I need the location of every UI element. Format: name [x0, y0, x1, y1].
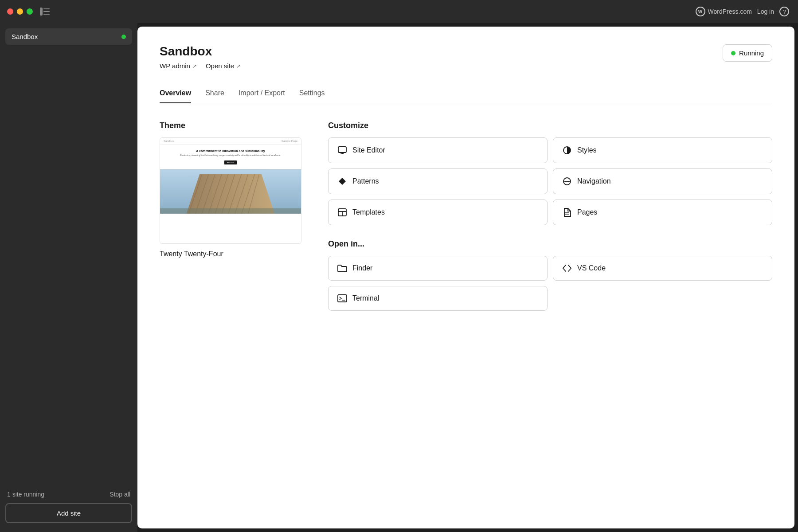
- running-dot: [731, 51, 735, 55]
- finder-label: Finder: [352, 264, 372, 272]
- open-site-link[interactable]: Open site ↗: [206, 62, 241, 70]
- half-circle-icon: [562, 146, 572, 155]
- wp-admin-link[interactable]: WP admin ↗: [160, 62, 197, 70]
- table-icon: [337, 208, 347, 216]
- customize-section: Customize Site Editor: [328, 121, 772, 225]
- theme-section-title: Theme: [160, 121, 301, 130]
- wordpress-logo: W WordPress.com: [696, 7, 752, 16]
- maximize-button[interactable]: [27, 8, 33, 15]
- theme-preview: Sandbox Sample Page A commitment to inno…: [160, 137, 301, 244]
- main-layout: Sandbox 1 site running Stop all Add site…: [0, 23, 798, 532]
- close-button[interactable]: [7, 8, 13, 15]
- theme-section: Theme Sandbox Sample Page A commitment t…: [160, 121, 301, 311]
- content-grid: Theme Sandbox Sample Page A commitment t…: [160, 121, 772, 311]
- vscode-label: VS Code: [577, 264, 606, 272]
- theme-preview-inner: Sandbox Sample Page A commitment to inno…: [160, 138, 301, 243]
- navigation-button[interactable]: Navigation: [553, 168, 772, 194]
- customize-section-title: Customize: [328, 121, 772, 130]
- styles-button[interactable]: Styles: [553, 137, 772, 163]
- templates-button[interactable]: Templates: [328, 200, 548, 225]
- sidebar-site-item[interactable]: Sandbox: [5, 28, 132, 45]
- pages-button[interactable]: Pages: [553, 200, 772, 225]
- svg-rect-0: [40, 8, 43, 16]
- svg-rect-18: [338, 147, 346, 153]
- titlebar: W WordPress.com Log in ?: [0, 0, 798, 23]
- pages-label: Pages: [577, 208, 597, 216]
- svg-rect-1: [43, 8, 50, 9]
- right-section: Customize Site Editor: [328, 121, 772, 311]
- document-icon: [562, 208, 572, 217]
- navigation-label: Navigation: [577, 177, 611, 185]
- svg-rect-2: [43, 11, 50, 12]
- running-label: Running: [739, 49, 764, 57]
- folder-icon: [337, 264, 347, 272]
- tabs: Overview Share Import / Export Settings: [160, 84, 772, 103]
- page-header-left: Sandbox WP admin ↗ Open site ↗: [160, 44, 241, 70]
- traffic-lights: [7, 8, 33, 15]
- sidebar-status-dot: [121, 35, 126, 39]
- svg-rect-17: [160, 208, 301, 214]
- theme-name: Twenty Twenty-Four: [160, 250, 301, 258]
- tab-settings[interactable]: Settings: [299, 84, 325, 103]
- login-link[interactable]: Log in: [757, 8, 774, 15]
- minimize-button[interactable]: [17, 8, 23, 15]
- wp-label: WordPress.com: [708, 8, 752, 15]
- external-link-icon: ↗: [192, 63, 197, 69]
- preview-text-block: A commitment to innovation and sustainab…: [173, 145, 288, 169]
- stop-all-button[interactable]: Stop all: [110, 491, 130, 498]
- preview-header: Sandbox Sample Page: [160, 138, 301, 145]
- wp-logo-circle: W: [696, 7, 705, 16]
- page-header: Sandbox WP admin ↗ Open site ↗ Running: [160, 44, 772, 70]
- page-title: Sandbox: [160, 44, 241, 59]
- sidebar-footer: 1 site running Stop all Add site: [5, 491, 132, 527]
- page-links: WP admin ↗ Open site ↗: [160, 62, 241, 70]
- sidebar: Sandbox 1 site running Stop all Add site: [0, 23, 137, 532]
- svg-rect-29: [338, 295, 347, 302]
- diamond-icon: [337, 177, 347, 185]
- tab-import-export[interactable]: Import / Export: [239, 84, 285, 103]
- patterns-button[interactable]: Patterns: [328, 168, 548, 194]
- titlebar-right: W WordPress.com Log in ?: [696, 7, 789, 16]
- open-in-section: Open in... Finder: [328, 239, 772, 311]
- terminal-icon: [337, 294, 347, 302]
- running-count: 1 site running: [7, 491, 44, 498]
- running-badge: Running: [723, 44, 772, 62]
- preview-building-image: [160, 169, 301, 214]
- templates-label: Templates: [352, 208, 385, 216]
- finder-button[interactable]: Finder: [328, 256, 548, 281]
- terminal-label: Terminal: [352, 294, 379, 302]
- circle-slash-icon: [562, 177, 572, 186]
- preview-body: Études is a pioneering firm that seamles…: [180, 154, 281, 157]
- sidebar-toggle-icon[interactable]: [40, 8, 50, 16]
- sidebar-site-name: Sandbox: [12, 33, 38, 40]
- tab-overview[interactable]: Overview: [160, 84, 191, 103]
- site-editor-label: Site Editor: [352, 146, 385, 154]
- tab-share[interactable]: Share: [205, 84, 224, 103]
- open-in-grid: Finder VS Code: [328, 256, 772, 311]
- external-link-icon-2: ↗: [236, 63, 241, 69]
- preview-content: A commitment to innovation and sustainab…: [160, 145, 301, 243]
- help-icon[interactable]: ?: [779, 7, 789, 16]
- add-site-button[interactable]: Add site: [5, 503, 132, 523]
- terminal-button[interactable]: Terminal: [328, 286, 548, 311]
- preview-headline: A commitment to innovation and sustainab…: [180, 149, 281, 153]
- site-editor-button[interactable]: Site Editor: [328, 137, 548, 163]
- styles-label: Styles: [577, 146, 597, 154]
- preview-cta-btn: About us: [224, 160, 237, 164]
- customize-grid: Site Editor Styles: [328, 137, 772, 225]
- footer-status-row: 1 site running Stop all: [5, 491, 132, 498]
- vscode-button[interactable]: VS Code: [553, 256, 772, 281]
- monitor-icon: [337, 146, 347, 154]
- open-in-title: Open in...: [328, 239, 772, 249]
- content-area: Sandbox WP admin ↗ Open site ↗ Running: [137, 27, 794, 528]
- patterns-label: Patterns: [352, 177, 379, 185]
- svg-rect-3: [43, 14, 50, 15]
- code-icon: [562, 265, 572, 272]
